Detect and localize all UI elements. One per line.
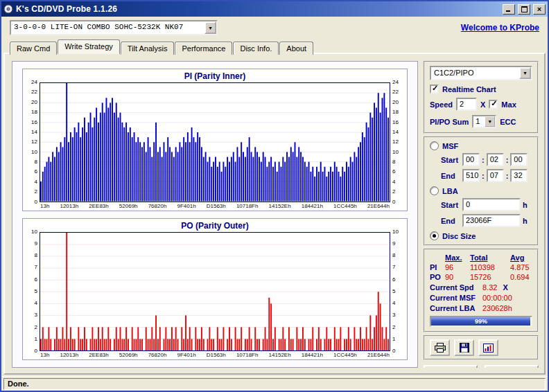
- msf-end-min[interactable]: 510: [462, 169, 480, 182]
- pi-total: 110398: [470, 263, 510, 271]
- tab-write-strategy[interactable]: Write Strategy: [58, 39, 120, 54]
- po-chart: PO (Parity Outer) 109876543210 109876543…: [22, 218, 408, 361]
- stats-header-avg: Avg: [510, 253, 532, 262]
- po-x-axis: 13h12013h2EE83h52069h76820h9F401hD1563h1…: [40, 352, 390, 358]
- lba-end-input[interactable]: 23066F: [462, 214, 521, 227]
- side-panel: C1C2/PIPO ▼ Realtime Chart Speed 2 X Max…: [424, 61, 539, 368]
- msf-start-frame[interactable]: 00: [510, 153, 528, 166]
- stats-row-pi-label: PI: [430, 263, 445, 271]
- msf-start-min[interactable]: 00: [462, 153, 480, 166]
- export-chart-button[interactable]: [478, 339, 498, 356]
- app-icon: [3, 4, 13, 14]
- minimize-icon: [506, 6, 512, 12]
- pipo-sum-value: 1: [473, 116, 485, 127]
- current-lba-label: Current LBA: [430, 304, 482, 312]
- pi-chart: PI (Parity Inner) 242220181614121086420 …: [22, 69, 408, 211]
- tab-disc-info[interactable]: Disc Info.: [233, 42, 279, 55]
- drive-select-arrow[interactable]: ▼: [204, 21, 216, 34]
- tab-tilt-analysis[interactable]: Tilt Analysis: [121, 42, 175, 55]
- content-panel: PI (Parity Inner) 242220181614121086420 …: [3, 53, 546, 375]
- pi-plot-area: [40, 82, 390, 202]
- chart-image-icon: [483, 344, 494, 353]
- po-bars: [40, 233, 390, 351]
- msf-separator: :: [506, 156, 509, 164]
- msf-end-frame[interactable]: 32: [510, 169, 528, 182]
- po-plot-area: [40, 232, 390, 352]
- speed-unit: X: [480, 100, 485, 109]
- pipo-sum-suffix: ECC: [500, 118, 516, 126]
- lba-end-unit: h: [523, 217, 528, 225]
- pi-max: 96: [445, 263, 470, 271]
- range-group: MSF Start 00 : 02 : 00 End 510 : 07 : 32: [424, 136, 539, 246]
- msf-separator: :: [506, 172, 509, 180]
- statusbar: Done.: [1, 376, 548, 391]
- msf-start-sec[interactable]: 02: [487, 153, 504, 166]
- disc-size-radio[interactable]: [430, 231, 439, 240]
- mode-select-arrow[interactable]: ▼: [519, 67, 531, 79]
- close-button[interactable]: ×: [533, 4, 546, 15]
- current-msf-label: Current MSF: [430, 294, 482, 302]
- po-max: 90: [445, 273, 470, 281]
- chevron-down-icon: ▼: [208, 26, 213, 30]
- lba-label: LBA: [442, 187, 458, 195]
- start-button[interactable]: Start: [485, 365, 539, 368]
- realtime-chart-label: Realtime Chart: [442, 85, 496, 93]
- msf-separator: :: [482, 156, 485, 164]
- lba-radio[interactable]: [430, 186, 439, 195]
- titlebar: K's CD/DVD Probe 1.1.26 ×: [1, 1, 548, 17]
- tab-about[interactable]: About: [279, 42, 313, 55]
- realtime-chart-checkbox[interactable]: [430, 84, 439, 93]
- app-window: K's CD/DVD Probe 1.1.26 × 3-0-0-0 LITE-O…: [0, 0, 549, 392]
- lba-start-unit: h: [523, 201, 528, 209]
- speed-label: Speed: [430, 100, 453, 109]
- maximize-button[interactable]: [518, 4, 530, 15]
- save-button[interactable]: [454, 339, 474, 356]
- stats-table: Max. Total Avg PI 96 110398 4.875 PO 90 …: [430, 253, 532, 281]
- chevron-down-icon: ▼: [487, 119, 492, 124]
- lba-end-label: End: [441, 217, 460, 225]
- lba-start-label: Start: [441, 201, 460, 209]
- drive-select[interactable]: 3-0-0-0 LITE-ON COMBO SOHC-5232K NK07 ▼: [10, 20, 218, 35]
- po-y-axis-right: 109876543210: [390, 232, 403, 352]
- action-buttons: Stop Start: [424, 363, 539, 368]
- pi-avg: 4.875: [510, 263, 532, 271]
- po-y-axis-left: 109876543210: [27, 232, 40, 352]
- max-speed-label: Max: [501, 100, 516, 109]
- close-icon: ×: [537, 6, 541, 13]
- pi-y-axis-left: 242220181614121086420: [27, 82, 40, 202]
- current-spd-label: Current Spd: [430, 283, 482, 292]
- max-speed-checkbox[interactable]: [489, 100, 498, 109]
- pi-x-axis: 13h12013h2EE83h52069h76820h9F401hD1563h1…: [40, 203, 390, 209]
- tab-raw-cmd[interactable]: Raw Cmd: [10, 42, 57, 55]
- chevron-down-icon: ▼: [523, 71, 528, 75]
- mode-select-value: C1C2/PIPO: [431, 67, 519, 79]
- msf-radio[interactable]: [430, 141, 439, 150]
- disc-size-label: Disc Size: [442, 232, 476, 240]
- stats-row-po-label: PO: [430, 273, 445, 281]
- msf-label: MSF: [442, 142, 458, 150]
- current-msf-value: 00:00:00: [482, 294, 512, 302]
- status-text: Done.: [3, 378, 546, 390]
- toolbar: 3-0-0-0 LITE-ON COMBO SOHC-5232K NK07 ▼ …: [1, 17, 548, 39]
- pipo-sum-arrow[interactable]: ▼: [485, 116, 495, 127]
- stats-group: Max. Total Avg PI 96 110398 4.875 PO 90 …: [424, 249, 539, 332]
- welcome-link[interactable]: Welcome to KProbe: [461, 23, 539, 33]
- msf-end-sec[interactable]: 07: [487, 169, 504, 182]
- maximize-icon: [521, 6, 528, 12]
- speed-input[interactable]: 2: [456, 98, 477, 111]
- lba-start-input[interactable]: 0: [462, 198, 521, 211]
- stats-header-max: Max.: [445, 253, 470, 262]
- floppy-disk-icon: [460, 343, 469, 353]
- drive-select-value: 3-0-0-0 LITE-ON COMBO SOHC-5232K NK07: [11, 21, 204, 34]
- tab-performance[interactable]: Performance: [175, 42, 232, 55]
- minimize-button[interactable]: [503, 4, 515, 15]
- msf-separator: :: [482, 172, 485, 180]
- pipo-sum-select[interactable]: 1 ▼: [472, 115, 496, 128]
- pi-chart-title: PI (Parity Inner): [27, 71, 403, 82]
- stop-button[interactable]: Stop: [424, 365, 478, 368]
- print-button[interactable]: [430, 339, 450, 356]
- tab-bar: Raw CmdWrite StrategyTilt AnalysisPerfor…: [1, 39, 548, 54]
- mode-select[interactable]: C1C2/PIPO ▼: [430, 66, 532, 80]
- po-avg: 0.694: [510, 273, 532, 281]
- current-spd-unit: X: [503, 283, 507, 292]
